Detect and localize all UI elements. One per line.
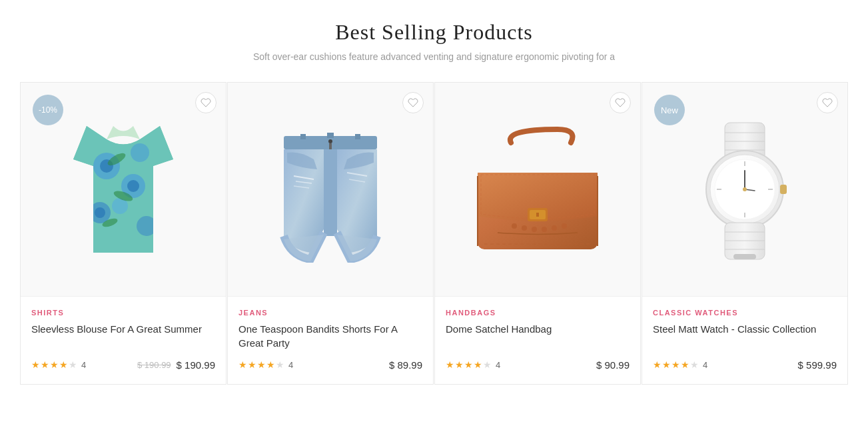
- star-4-5: ★: [690, 359, 699, 371]
- price-area-3: $ 90.99: [596, 359, 630, 371]
- rating-row-2: ★ ★ ★ ★ ★ 4: [238, 359, 293, 371]
- svg-rect-43: [780, 185, 787, 194]
- star-3-5: ★: [483, 359, 492, 371]
- wishlist-button-2[interactable]: [402, 92, 424, 113]
- star-3-2: ★: [455, 359, 464, 371]
- product-image-area-4: New: [642, 83, 847, 296]
- star-4-2: ★: [662, 359, 671, 371]
- discount-badge-1: -10%: [33, 95, 63, 125]
- product-category-1: SHIRTS: [31, 309, 215, 317]
- star-2-3: ★: [257, 359, 266, 371]
- star-3-4: ★: [474, 359, 482, 371]
- wishlist-button-1[interactable]: [195, 92, 217, 113]
- product-category-2: JEANS: [238, 309, 422, 317]
- product-name-3: Dome Satchel Handbag: [446, 322, 630, 350]
- svg-rect-56: [733, 254, 756, 259]
- star-1-1: ★: [31, 359, 40, 371]
- product-category-4: CLASSIC WATCHES: [653, 309, 837, 317]
- product-image-area-1: -10%: [21, 83, 226, 296]
- star-4-1: ★: [653, 359, 661, 371]
- star-3-3: ★: [464, 359, 473, 371]
- svg-point-7: [131, 143, 149, 162]
- product-info-2: JEANS One Teaspoon Bandits Shorts For A …: [228, 296, 433, 384]
- product-footer-1: ★ ★ ★ ★ ★ 4 $ 190.99 $ 190.99: [31, 359, 215, 371]
- price-current-1: $ 190.99: [177, 359, 215, 371]
- price-original-1: $ 190.99: [137, 360, 171, 370]
- page-wrapper: Best Selling Products Soft over-ear cush…: [0, 0, 868, 411]
- svg-point-32: [552, 225, 557, 231]
- svg-point-51: [743, 187, 747, 191]
- wishlist-button-3[interactable]: [610, 92, 631, 113]
- stars-2: ★ ★ ★ ★ ★: [238, 359, 284, 371]
- rating-row-4: ★ ★ ★ ★ ★ 4: [653, 359, 707, 371]
- product-card-3[interactable]: HANDBAGS Dome Satchel Handbag ★ ★ ★ ★ ★ …: [434, 82, 641, 385]
- svg-point-28: [512, 223, 517, 229]
- svg-point-30: [532, 227, 537, 232]
- price-current-4: $ 599.99: [798, 359, 837, 371]
- section-subtitle: Soft over-ear cushions feature advanced …: [20, 51, 848, 62]
- section-title: Best Selling Products: [20, 20, 848, 45]
- product-card-4[interactable]: New: [642, 82, 848, 385]
- svg-rect-14: [300, 134, 306, 139]
- product-info-4: CLASSIC WATCHES Steel Matt Watch - Class…: [642, 296, 847, 384]
- product-category-3: HANDBAGS: [446, 309, 630, 317]
- price-area-2: $ 89.99: [389, 359, 422, 371]
- price-current-2: $ 89.99: [389, 359, 422, 371]
- svg-point-33: [562, 223, 567, 229]
- shirt-image-1: [60, 113, 187, 266]
- price-area-1: $ 190.99 $ 190.99: [137, 359, 215, 371]
- section-header: Best Selling Products Soft over-ear cush…: [20, 13, 848, 62]
- star-4-4: ★: [681, 359, 689, 371]
- star-2-5: ★: [276, 359, 284, 371]
- svg-point-31: [542, 227, 547, 232]
- stars-4: ★ ★ ★ ★ ★: [653, 359, 699, 371]
- product-card-1[interactable]: -10%: [20, 82, 226, 385]
- stars-1: ★ ★ ★ ★ ★: [31, 359, 77, 371]
- product-card-2[interactable]: JEANS One Teaspoon Bandits Shorts For A …: [227, 82, 434, 385]
- star-1-3: ★: [50, 359, 59, 371]
- product-name-4: Steel Matt Watch - Classic Collection: [653, 322, 837, 350]
- svg-point-17: [328, 139, 332, 143]
- rating-row-3: ★ ★ ★ ★ ★ 4: [446, 359, 500, 371]
- product-name-1: Sleevless Blouse For A Great Summer: [31, 322, 215, 350]
- rating-row-1: ★ ★ ★ ★ ★ 4: [31, 359, 86, 371]
- svg-point-9: [137, 216, 157, 236]
- star-2-4: ★: [266, 359, 275, 371]
- rating-num-3: 4: [496, 360, 500, 370]
- wishlist-button-4[interactable]: [817, 92, 838, 113]
- star-1-2: ★: [41, 359, 49, 371]
- rating-num-2: 4: [288, 360, 293, 370]
- product-footer-2: ★ ★ ★ ★ ★ 4 $ 89.99: [238, 359, 422, 371]
- rating-num-1: 4: [81, 360, 86, 370]
- star-1-4: ★: [59, 359, 68, 371]
- svg-point-6: [95, 207, 105, 218]
- product-info-1: SHIRTS Sleevless Blouse For A Great Summ…: [21, 296, 226, 384]
- price-current-3: $ 90.99: [596, 359, 630, 371]
- product-footer-4: ★ ★ ★ ★ ★ 4 $ 599.99: [653, 359, 837, 371]
- star-2-1: ★: [238, 359, 247, 371]
- watch-image-4: [685, 116, 805, 263]
- product-image-area-2: [228, 83, 433, 296]
- product-image-area-3: [435, 83, 640, 296]
- svg-rect-27: [536, 213, 539, 217]
- new-badge-4: New: [654, 95, 685, 125]
- price-area-4: $ 599.99: [798, 359, 837, 371]
- bag-image-3: [464, 123, 611, 256]
- svg-point-4: [127, 180, 139, 192]
- rating-num-4: 4: [703, 360, 707, 370]
- stars-3: ★ ★ ★ ★ ★: [446, 359, 492, 371]
- product-name-2: One Teaspoon Bandits Shorts For A Great …: [238, 322, 422, 350]
- svg-rect-15: [355, 134, 360, 139]
- svg-rect-16: [327, 133, 334, 138]
- product-info-3: HANDBAGS Dome Satchel Handbag ★ ★ ★ ★ ★ …: [435, 296, 640, 384]
- product-footer-3: ★ ★ ★ ★ ★ 4 $ 90.99: [446, 359, 630, 371]
- star-1-5: ★: [69, 359, 77, 371]
- star-3-1: ★: [446, 359, 454, 371]
- svg-point-29: [522, 225, 527, 231]
- star-2-2: ★: [248, 359, 256, 371]
- products-grid: -10%: [20, 82, 848, 385]
- star-4-3: ★: [671, 359, 680, 371]
- shorts-image-2: [264, 116, 397, 263]
